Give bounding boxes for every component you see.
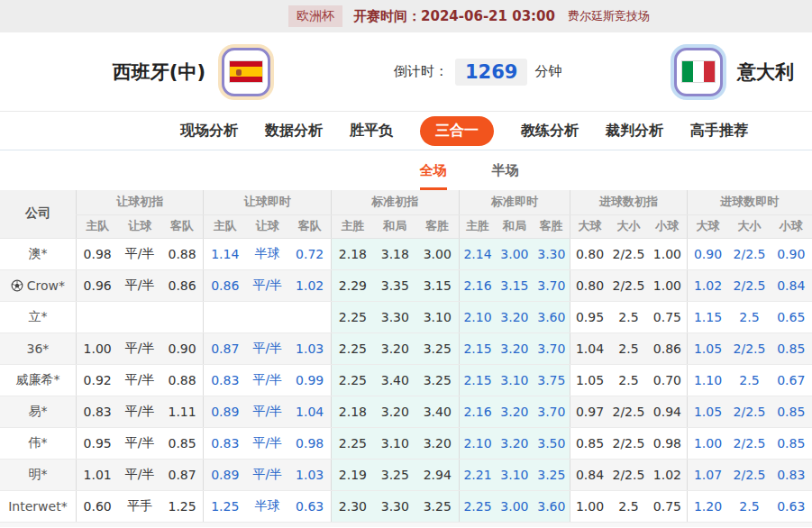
odds-cell: 3.75 bbox=[533, 364, 570, 396]
company-name: 明* bbox=[28, 467, 47, 481]
odds-cell: 0.89 bbox=[204, 459, 246, 490]
odds-cell: 3.15 bbox=[496, 269, 533, 301]
company-cell[interactable]: Interwet* bbox=[0, 490, 76, 522]
odds-cell: 1.00 bbox=[648, 269, 687, 301]
odds-cell: 2.18 bbox=[332, 396, 374, 427]
odds-cell: 0.80 bbox=[570, 269, 609, 301]
odds-cell: 3.20 bbox=[374, 396, 416, 427]
col-sub-header: 让球 bbox=[119, 214, 161, 238]
odds-cell: 1.15 bbox=[687, 301, 728, 332]
odds-cell: 0.89 bbox=[204, 396, 246, 427]
odds-cell: 2.18 bbox=[332, 238, 374, 269]
odds-cell: 2/2.5 bbox=[728, 459, 770, 490]
col-sub-header: 大球 bbox=[687, 214, 728, 238]
odds-cell: 3.40 bbox=[416, 396, 459, 427]
tab-referee-analysis[interactable]: 裁判分析 bbox=[606, 122, 663, 141]
odds-cell: 3.00 bbox=[496, 490, 533, 522]
odds-cell: 0.60 bbox=[76, 490, 118, 522]
odds-cell: 3.40 bbox=[374, 364, 416, 396]
sub-tabs: 全场半场 bbox=[63, 150, 812, 190]
odds-cell: 3.20 bbox=[496, 332, 533, 364]
odds-cell: 2.15 bbox=[459, 332, 496, 364]
col-sub-header: 客胜 bbox=[416, 214, 459, 238]
odds-cell: 0.86 bbox=[648, 332, 687, 364]
odds-cell bbox=[76, 301, 118, 332]
subtab-half-match[interactable]: 半场 bbox=[492, 162, 519, 190]
odds-cell: 1.02 bbox=[648, 459, 687, 490]
table-row: 威廉希*0.92平/半0.880.83平/半0.992.253.403.252.… bbox=[0, 364, 812, 396]
match-header: 西班牙(中) 倒计时： 1269 分钟 意大利 bbox=[0, 32, 812, 111]
odds-cell: 2.25 bbox=[332, 301, 374, 332]
countdown-label: 倒计时： bbox=[394, 63, 448, 80]
odds-cell: 1.05 bbox=[687, 332, 728, 364]
tab-win-draw-loss[interactable]: 胜平负 bbox=[350, 122, 393, 141]
tab-three-in-one[interactable]: 三合一 bbox=[420, 116, 494, 146]
odds-cell: 2.21 bbox=[459, 459, 496, 490]
countdown-unit: 分钟 bbox=[534, 63, 561, 80]
company-cell[interactable]: 澳* bbox=[0, 238, 76, 269]
col-group-header: 让球初指 bbox=[76, 190, 204, 214]
col-group-header: 标准初指 bbox=[332, 190, 460, 214]
odds-cell: 0.75 bbox=[648, 301, 687, 332]
odds-cell: 0.65 bbox=[771, 301, 812, 332]
home-flag-frame bbox=[222, 48, 270, 96]
odds-cell: 2.5 bbox=[609, 490, 648, 522]
odds-cell: 3.50 bbox=[533, 427, 570, 459]
odds-cell: 2/2.5 bbox=[728, 427, 770, 459]
odds-cell: 1.25 bbox=[204, 490, 246, 522]
odds-cell: 0.84 bbox=[570, 459, 609, 490]
odds-cell: 2/2.5 bbox=[728, 269, 770, 301]
company-cell[interactable]: 易* bbox=[0, 396, 76, 427]
odds-cell: 平/半 bbox=[246, 459, 288, 490]
company-cell[interactable]: 威廉希* bbox=[0, 364, 76, 396]
odds-table: 公司让球初指让球即时标准初指标准即时进球数初指进球数即时主队让球客队主队让球客队… bbox=[0, 190, 812, 523]
odds-cell: 2/2.5 bbox=[609, 238, 648, 269]
odds-cell: 0.92 bbox=[76, 364, 118, 396]
odds-cell: 2.25 bbox=[332, 364, 374, 396]
col-group-header: 进球数初指 bbox=[570, 190, 688, 214]
odds-cell bbox=[204, 301, 246, 332]
odds-cell: 2.5 bbox=[609, 332, 648, 364]
odds-cell: 1.00 bbox=[648, 238, 687, 269]
odds-cell: 1.04 bbox=[288, 396, 331, 427]
tab-live-analysis[interactable]: 现场分析 bbox=[180, 122, 238, 141]
odds-cell: 3.10 bbox=[416, 301, 459, 332]
odds-cell: 0.83 bbox=[204, 427, 246, 459]
table-row: 易*0.83平/半1.110.89平/半1.042.183.203.402.16… bbox=[0, 396, 812, 427]
table-row: Crow*0.96平/半0.860.86平/半1.022.293.353.152… bbox=[0, 269, 812, 301]
odds-cell: 3.00 bbox=[416, 238, 459, 269]
odds-cell: 0.88 bbox=[161, 238, 204, 269]
countdown-value: 1269 bbox=[455, 59, 527, 86]
company-cell[interactable]: 36* bbox=[0, 332, 76, 364]
odds-cell: 平/半 bbox=[246, 269, 288, 301]
tab-data-analysis[interactable]: 数据分析 bbox=[265, 122, 323, 141]
odds-cell: 2.14 bbox=[459, 238, 496, 269]
odds-cell: 平/半 bbox=[119, 427, 161, 459]
odds-cell: 1.01 bbox=[76, 459, 118, 490]
odds-cell: 1.10 bbox=[687, 364, 728, 396]
company-cell[interactable]: 明* bbox=[0, 459, 76, 490]
odds-cell: 3.20 bbox=[374, 332, 416, 364]
odds-cell: 2/2.5 bbox=[728, 238, 770, 269]
odds-cell: 2.30 bbox=[332, 490, 374, 522]
odds-cell: 0.67 bbox=[771, 364, 812, 396]
company-cell[interactable]: 伟* bbox=[0, 427, 76, 459]
odds-cell: 0.83 bbox=[76, 396, 118, 427]
tab-expert-picks[interactable]: 高手推荐 bbox=[690, 122, 748, 141]
away-flag-frame bbox=[674, 48, 723, 96]
table-row: 明*1.01平/半0.870.89平/半1.032.193.252.942.21… bbox=[0, 459, 812, 490]
col-sub-header: 主队 bbox=[204, 214, 246, 238]
company-cell[interactable]: 立* bbox=[0, 301, 76, 332]
odds-cell: 0.98 bbox=[288, 427, 331, 459]
col-sub-header: 主胜 bbox=[332, 214, 374, 238]
odds-cell bbox=[288, 301, 331, 332]
odds-cell: 2/2.5 bbox=[609, 427, 648, 459]
tab-coach-analysis[interactable]: 教练分析 bbox=[521, 122, 579, 141]
odds-cell: 1.11 bbox=[161, 396, 204, 427]
subtab-full-match[interactable]: 全场 bbox=[420, 162, 447, 190]
odds-cell: 0.86 bbox=[204, 269, 246, 301]
odds-cell bbox=[246, 301, 288, 332]
company-cell[interactable]: Crow* bbox=[0, 269, 76, 301]
odds-cell: 2/2.5 bbox=[728, 332, 770, 364]
odds-cell: 0.63 bbox=[771, 490, 812, 522]
